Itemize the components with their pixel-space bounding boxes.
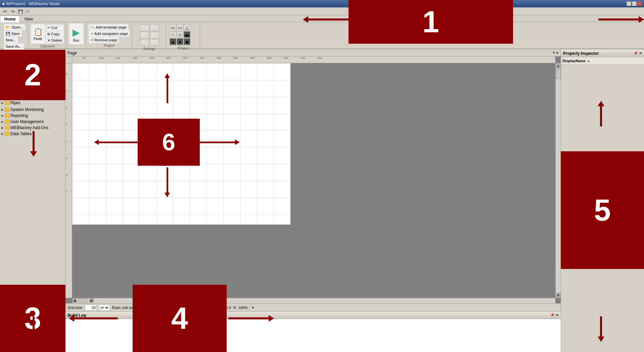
- redo-button[interactable]: ↪: [9, 8, 16, 15]
- shape-filled-circle-button[interactable]: ●: [177, 38, 183, 45]
- canvas-page[interactable]: 6: [72, 63, 290, 225]
- arrow-icon: ▶: [1, 101, 5, 105]
- ruler-unit-input[interactable]: [138, 305, 150, 311]
- canvas-close-icon[interactable]: ✕: [556, 51, 559, 55]
- explorer-tree: ▼ WFProject1 Page: [0, 292, 65, 307]
- folder-icon: [5, 114, 9, 118]
- box-6: 6: [138, 119, 200, 166]
- shape-filled-rect-button[interactable]: ▬: [184, 31, 190, 38]
- canvas-viewport[interactable]: 6: [72, 63, 555, 298]
- shape-diamond-button[interactable]: ◇: [177, 31, 183, 38]
- run-button[interactable]: ▶ Run: [69, 24, 84, 44]
- close-button[interactable]: ✕: [637, 1, 642, 6]
- maximize-button[interactable]: □: [632, 1, 637, 6]
- pin-icon[interactable]: 📌: [54, 51, 59, 55]
- zoom-in-button[interactable]: +: [214, 305, 220, 311]
- static-label: Static: [0, 57, 65, 64]
- arrow-icon: ▶: [1, 65, 5, 68]
- save-button[interactable]: 💾 Save: [4, 31, 21, 37]
- shape-rect-button[interactable]: ▭: [170, 24, 176, 31]
- scrollbar-horizontal[interactable]: ◀ ▶: [72, 298, 555, 303]
- save-as-button[interactable]: Save As...: [4, 43, 24, 49]
- scroll-up-btn[interactable]: ▲: [556, 64, 561, 68]
- scroll-horiz-thumb[interactable]: [78, 298, 88, 303]
- align-bottom-button[interactable]: ⬜: [150, 32, 159, 38]
- tree-item-buttons[interactable]: ▶ Buttons: [0, 82, 65, 88]
- scroll-right-btn[interactable]: ▶: [89, 298, 94, 303]
- ruler-horizontal: 50 100 150 200 250 300 350 400 450 500 5…: [72, 56, 555, 63]
- folder-icon: [5, 120, 9, 124]
- tree-item-system-monitoring[interactable]: ▶ System Monitoring: [0, 107, 65, 113]
- minimize-button[interactable]: ─: [627, 1, 631, 6]
- close-icon[interactable]: ✕: [639, 51, 642, 55]
- property-inspector: Property Inspector 📌 ✕ DisplayName ▲: [561, 50, 644, 352]
- zoom-reset-button[interactable]: ⊕: [250, 305, 256, 311]
- grid-size-input[interactable]: [85, 305, 97, 311]
- clipboard-group-label: Clipboard: [40, 44, 54, 48]
- shape-rect2-button[interactable]: ▭: [177, 24, 183, 31]
- zoom-out-button[interactable]: -: [177, 305, 183, 311]
- close-icon[interactable]: ✕: [60, 286, 63, 291]
- zoom-slider[interactable]: [185, 305, 212, 310]
- scroll-thumb[interactable]: [556, 69, 561, 79]
- sort-icon[interactable]: ▲: [587, 59, 590, 63]
- left-panel: Toolbox 📌 ✕ Static ▶ Static Symbols: [0, 50, 65, 352]
- shape-filled-tri-button[interactable]: ▲: [170, 38, 176, 45]
- tab-home[interactable]: Home: [0, 15, 20, 22]
- tree-item-data-tables[interactable]: ▶ Data Tables: [0, 131, 65, 137]
- copy-button[interactable]: ⧉ Copy: [46, 31, 64, 37]
- ruler-unit-select[interactable]: px: [152, 305, 163, 311]
- tree-item-pipes[interactable]: ▶ Pipes: [0, 100, 65, 106]
- cut-button[interactable]: ✂ Cut: [46, 25, 64, 31]
- align-right-button[interactable]: ⬜: [150, 24, 159, 31]
- add-navigation-button[interactable]: ↗ Add navigation page: [89, 31, 130, 37]
- shape-circle-button[interactable]: ○: [170, 31, 176, 38]
- align-top-button[interactable]: ⬜: [140, 32, 149, 38]
- tree-item-webfactory-addons[interactable]: ▶ WEBfactory Add-Ons: [0, 125, 65, 131]
- close-icon[interactable]: ✕: [60, 51, 63, 55]
- tree-item-user-mgmt[interactable]: ▶ User Management: [0, 119, 65, 125]
- grid-unit-select[interactable]: px: [99, 305, 110, 311]
- scroll-left-btn[interactable]: ◀: [72, 298, 77, 303]
- build-log-controls: 📌 ✕: [550, 313, 559, 317]
- distribute-v-button[interactable]: ⬜: [150, 39, 159, 46]
- paste-button[interactable]: 📋 Paste: [31, 24, 45, 44]
- add-template-button[interactable]: □+ Add template page: [89, 24, 128, 30]
- arrow-right-canvas: [200, 140, 240, 145]
- tree-item-labels[interactable]: ▶ Labels: [0, 76, 65, 82]
- pin-icon[interactable]: 📌: [633, 51, 638, 55]
- add-template-icon: □+: [90, 25, 95, 29]
- pin-icon[interactable]: 📌: [54, 286, 59, 291]
- shape-tri-button[interactable]: △: [184, 24, 190, 31]
- remove-page-button[interactable]: ✕ Remove page: [89, 37, 119, 43]
- canvas-scroll-icon: ▾: [553, 51, 555, 55]
- tree-item-indicators[interactable]: ▶ Indicators: [0, 88, 65, 94]
- explorer-header: Explorer 📌 ✕: [0, 285, 65, 292]
- align-left-button[interactable]: ⬜: [140, 24, 149, 31]
- arrow-down-canvas: [165, 167, 170, 197]
- new-button[interactable]: New...: [4, 37, 18, 43]
- tree-item-reporting[interactable]: ▶ Reporting: [0, 113, 65, 119]
- close-icon[interactable]: ✕: [556, 313, 559, 317]
- tree-item-isa[interactable]: ▶ ISA Symbols: [0, 94, 65, 100]
- shape-filled-diamond-button[interactable]: ◆: [184, 38, 190, 45]
- expand-icon: ▼: [2, 295, 5, 299]
- delete-button[interactable]: ✕ Delete: [46, 37, 64, 43]
- distribute-h-button[interactable]: ⬜: [140, 39, 149, 46]
- explorer-controls: 📌 ✕: [54, 286, 63, 291]
- open-button[interactable]: 📂 Open...: [4, 24, 25, 30]
- ribbon-group-file: 📂 Open... 💾 Save New... Save As... File: [1, 23, 28, 48]
- pin-icon[interactable]: 📌: [550, 313, 555, 317]
- tab-view[interactable]: View: [20, 15, 37, 22]
- folder-icon: [5, 71, 9, 75]
- scrollbar-vertical[interactable]: ▲ ▼: [555, 63, 561, 298]
- explorer-root[interactable]: ▼ WFProject1: [1, 294, 64, 300]
- undo-button[interactable]: ↩: [1, 8, 9, 15]
- explorer-page[interactable]: Page: [1, 300, 64, 306]
- save-quick-button[interactable]: 💾: [17, 8, 24, 15]
- scroll-down-btn[interactable]: ▼: [556, 293, 561, 298]
- build-log-panel: Build Log 📌 ✕: [65, 312, 561, 352]
- quick-access-toolbar: ↩ ↪ 💾 | ▾: [0, 7, 644, 15]
- tree-item-static-symbols[interactable]: ▶ Static Symbols: [0, 64, 65, 70]
- tree-item-io-controls[interactable]: ▶ Input/Output Controls: [0, 70, 65, 76]
